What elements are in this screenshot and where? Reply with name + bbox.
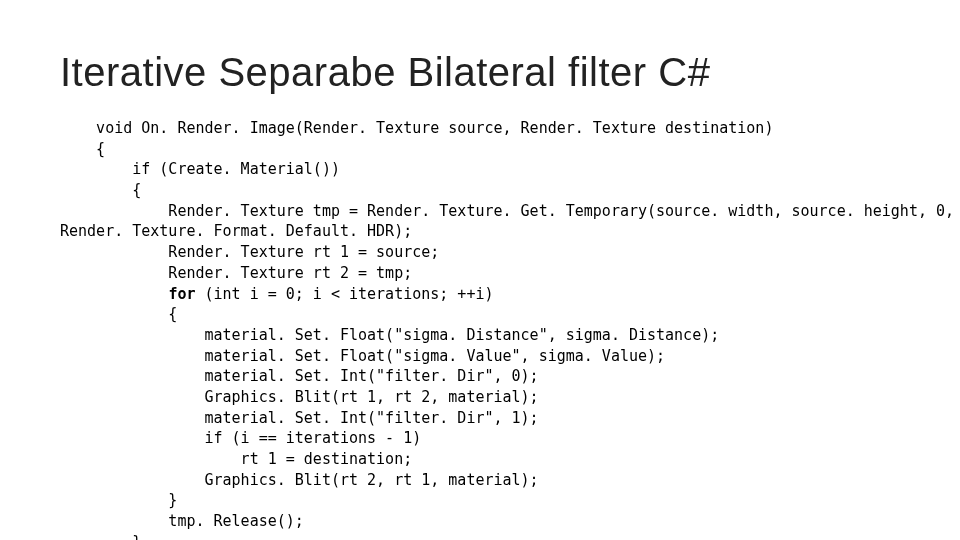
slide: Iterative Separabe Bilateral filter C# v… (0, 0, 960, 540)
code-line: void On. Render. Image(Render. Texture s… (60, 119, 773, 137)
code-line: Render. Texture. Format. Default. HDR); (60, 222, 412, 240)
code-line: Render. Texture rt 1 = source; (60, 243, 439, 261)
code-line: for (int i = 0; i < iterations; ++i) (60, 285, 493, 303)
code-line: { (60, 305, 177, 323)
code-rest: (int i = 0; i < iterations; ++i) (195, 285, 493, 303)
code-line: { (60, 181, 141, 199)
code-line: } (60, 533, 141, 540)
code-line: material. Set. Float("sigma. Distance", … (60, 326, 719, 344)
code-line: rt 1 = destination; (60, 450, 412, 468)
keyword-for: for (168, 285, 195, 303)
code-line: Render. Texture tmp = Render. Texture. G… (60, 202, 954, 220)
code-line: if (Create. Material()) (60, 160, 340, 178)
code-line: if (i == iterations - 1) (60, 429, 421, 447)
code-indent (60, 285, 168, 303)
code-line: material. Set. Int("filter. Dir", 1); (60, 409, 539, 427)
code-line: Graphics. Blit(rt 1, rt 2, material); (60, 388, 539, 406)
code-line: material. Set. Int("filter. Dir", 0); (60, 367, 539, 385)
page-title: Iterative Separabe Bilateral filter C# (60, 50, 900, 94)
code-block: void On. Render. Image(Render. Texture s… (60, 118, 900, 540)
code-line: Graphics. Blit(rt 2, rt 1, material); (60, 471, 539, 489)
code-line: } (60, 491, 177, 509)
code-line: Render. Texture rt 2 = tmp; (60, 264, 412, 282)
code-line: { (60, 140, 105, 158)
code-line: tmp. Release(); (60, 512, 304, 530)
code-line: material. Set. Float("sigma. Value", sig… (60, 347, 665, 365)
